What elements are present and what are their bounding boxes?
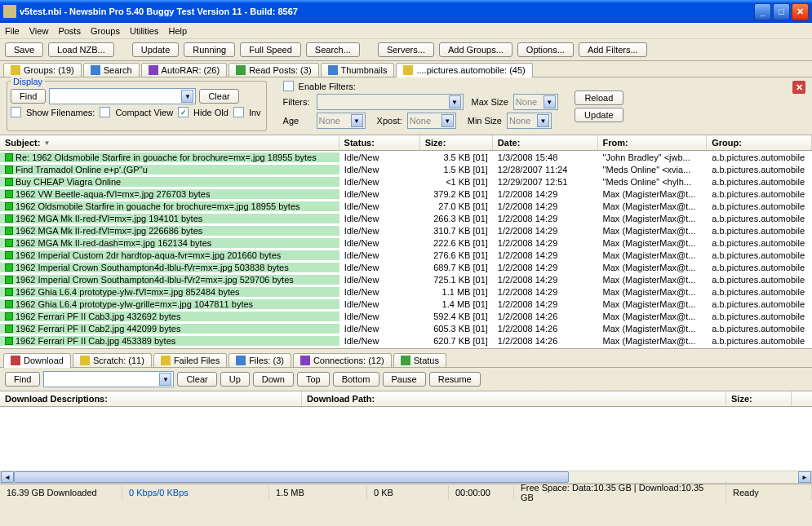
menu-posts[interactable]: Posts	[58, 26, 81, 36]
post-subject: 1962 MGA Mk II-red-fVl=mx=.jpg 194101 by…	[16, 214, 202, 223]
compact-view-checkbox[interactable]	[100, 107, 110, 117]
find-combo-2[interactable]: ▼	[43, 371, 174, 387]
reload-button[interactable]: Reload	[575, 91, 623, 105]
maxsize-combo[interactable]: None▼	[513, 94, 558, 110]
addgroups-button[interactable]: Add Groups...	[439, 42, 512, 57]
scroll-left-icon[interactable]: ◄	[1, 471, 14, 483]
col-date[interactable]: Date:	[493, 135, 598, 150]
dl-col-size[interactable]: Size:	[726, 391, 792, 406]
tab-scratch[interactable]: Scratch: (11)	[73, 353, 152, 367]
age-combo[interactable]: None▼	[317, 113, 366, 129]
download-list[interactable]	[0, 407, 812, 471]
tab-status[interactable]: Status	[393, 353, 446, 367]
find-button-2[interactable]: Find	[5, 372, 40, 387]
save-button[interactable]: Save	[5, 42, 43, 57]
find-combo[interactable]: ▼	[49, 88, 196, 104]
list-item[interactable]: 1962 Ghia L6.4 prototype-ylw-grille=mx=.…	[0, 298, 812, 310]
tab-icon	[11, 65, 20, 75]
tab-picturesautomobile[interactable]: ....pictures.automobile: (45)	[396, 63, 532, 77]
list-item[interactable]: Re: 1962 Oldsmobile Starfire in gouache …	[0, 151, 812, 163]
list-item[interactable]: 1962 Ferrari PF II Cab2.jpg 442099 bytes…	[0, 322, 812, 334]
menu-help[interactable]: Help	[168, 26, 187, 36]
update-button[interactable]: Update	[575, 108, 623, 122]
col-size[interactable]: Size:	[420, 135, 493, 150]
dl-col-path[interactable]: Download Path:	[302, 391, 726, 406]
col-group[interactable]: Group:	[707, 135, 812, 150]
status-time: 00:00:00	[449, 486, 514, 499]
post-group: a.b.pictures.automobile	[707, 299, 812, 309]
hide-old-checkbox[interactable]	[178, 107, 189, 117]
tab-connections[interactable]: Connections: (12)	[293, 353, 392, 367]
scroll-thumb[interactable]	[14, 471, 569, 483]
post-group: a.b.pictures.automobile	[707, 324, 812, 334]
list-item[interactable]: 1962 Ferrari PF II Cab3.jpg 432692 bytes…	[0, 310, 812, 322]
list-item[interactable]: 1962 MGA Mk II-red-fVl=mx=.jpg 226686 by…	[0, 224, 812, 236]
inv-checkbox[interactable]	[233, 107, 244, 117]
tab-groups[interactable]: Groups: (19)	[3, 63, 82, 77]
post-from: "Meds Online" <xvia...	[598, 165, 708, 175]
list-item[interactable]: 1962 Imperial Custom 2dr hardtop-aqua-fv…	[0, 249, 812, 261]
list-item[interactable]: 1962 MGA Mk II-red-dash=mx=.jpg 162134 b…	[0, 236, 812, 249]
list-item[interactable]: 1962 Imperial Crown Southampton4d-lblu-f…	[0, 261, 812, 273]
col-status[interactable]: Status:	[339, 135, 420, 150]
addfilters-button[interactable]: Add Filters...	[579, 42, 647, 57]
status-speed: 0 Kbps/0 KBps	[122, 486, 269, 499]
menu-utilities[interactable]: Utilities	[130, 26, 158, 36]
list-item[interactable]: 1962 MGA Mk II-red-fVl=mx=.jpg 194101 by…	[0, 212, 812, 224]
enable-filters-checkbox[interactable]	[283, 81, 294, 91]
options-button[interactable]: Options...	[517, 42, 574, 57]
menu-view[interactable]: View	[29, 26, 49, 36]
tab-download[interactable]: Download	[3, 353, 71, 368]
list-item[interactable]: 1962 Ghia L6.4 prototype-ylw-fVl=mx=.jpg…	[0, 285, 812, 298]
close-tab-icon[interactable]: ✕	[792, 81, 805, 94]
list-item[interactable]: 1962 Oldsmobile Starfire in gouache for …	[0, 200, 812, 212]
tab-autorar[interactable]: AutoRAR: (26)	[141, 63, 228, 77]
up-button[interactable]: Up	[220, 372, 250, 387]
list-item[interactable]: Buy CHEAP Viagra OnlineIdle/New<1 KB [01…	[0, 175, 812, 188]
post-list[interactable]: Re: 1962 Oldsmobile Starfire in gouache …	[0, 151, 812, 348]
tab-thumbnails[interactable]: Thumbnails	[321, 63, 395, 77]
bottom-button[interactable]: Bottom	[333, 372, 379, 387]
tab-icon	[401, 356, 410, 365]
resume-button[interactable]: Resume	[429, 372, 481, 387]
show-filenames-checkbox[interactable]	[11, 107, 21, 117]
minimize-button[interactable]: _	[754, 3, 771, 20]
list-item[interactable]: Find Tramadol Online e+p'.(GP''uIdle/New…	[0, 163, 812, 175]
search-button[interactable]: Search...	[306, 42, 360, 57]
list-item[interactable]: 1962 Imperial Crown Southampton4d-lblu-f…	[0, 273, 812, 285]
servers-button[interactable]: Servers...	[378, 42, 434, 57]
clear-button-2[interactable]: Clear	[177, 372, 216, 387]
update-button[interactable]: Update	[132, 42, 179, 57]
tab-search[interactable]: Search	[83, 63, 140, 77]
col-from[interactable]: From:	[598, 135, 708, 150]
fullspeed-button[interactable]: Full Speed	[240, 42, 301, 57]
col-subject[interactable]: Subject:▼	[0, 135, 339, 150]
post-group: a.b.pictures.automobile	[707, 312, 812, 321]
dl-col-desc[interactable]: Download Descriptions:	[0, 391, 302, 406]
post-from: Max (MagisterMax@t...	[598, 201, 708, 211]
minsize-combo[interactable]: None▼	[507, 113, 552, 129]
tab-readposts[interactable]: Read Posts: (3)	[229, 63, 318, 77]
filters-combo[interactable]: ▼	[317, 94, 464, 110]
close-button[interactable]: ✕	[792, 3, 809, 20]
loadnzb-button[interactable]: Load NZB...	[48, 42, 114, 57]
list-item[interactable]: 1962 Ferrari 400 Superamerica Berlinetta…	[0, 347, 812, 348]
xpost-combo[interactable]: None▼	[407, 113, 456, 129]
find-button[interactable]: Find	[11, 89, 46, 104]
pause-button[interactable]: Pause	[383, 372, 426, 387]
tab-files[interactable]: Files: (3)	[229, 353, 291, 367]
tab-failedfiles[interactable]: Failed Files	[153, 353, 227, 367]
menu-file[interactable]: File	[5, 26, 20, 36]
top-button[interactable]: Top	[297, 372, 330, 387]
running-button[interactable]: Running	[184, 42, 235, 57]
scroll-right-icon[interactable]: ►	[798, 471, 811, 483]
tab-label: ....pictures.automobile: (45)	[416, 65, 525, 75]
menu-groups[interactable]: Groups	[91, 26, 120, 36]
status-mem2: 0 KB	[367, 486, 449, 499]
list-item[interactable]: 1962 Ferrari PF II Cab.jpg 453389 bytesI…	[0, 334, 812, 347]
post-subject: 1962 Ferrari PF II Cab.jpg 453389 bytes	[16, 336, 175, 346]
list-item[interactable]: 1962 VW Beetle-aqua-fVl=mx=.jpg 276703 b…	[0, 188, 812, 200]
down-button[interactable]: Down	[253, 372, 294, 387]
clear-button[interactable]: Clear	[199, 89, 238, 104]
maximize-button[interactable]: □	[773, 3, 790, 20]
